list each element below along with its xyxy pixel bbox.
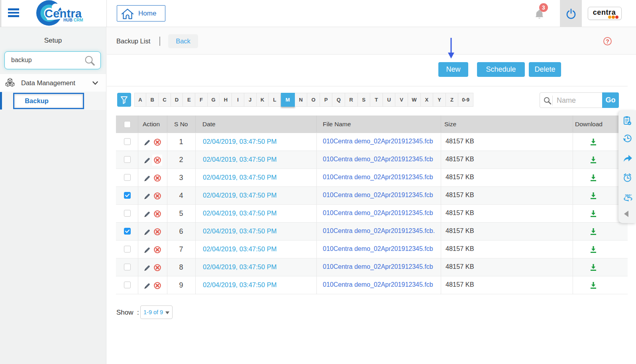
svg-text:HUB CRM: HUB CRM [63, 18, 83, 22]
svg-text:360°: 360° [625, 194, 632, 198]
